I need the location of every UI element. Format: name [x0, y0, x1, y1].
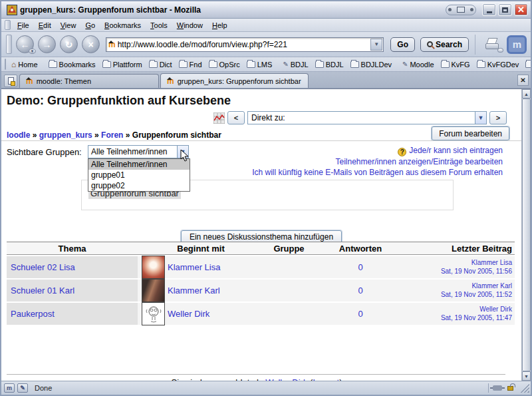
avatar[interactable]	[142, 302, 165, 325]
search-button[interactable]: Search	[420, 37, 469, 52]
unsubscribe-link[interactable]: Ich will künftig keine E-Mails von Beitr…	[252, 168, 503, 177]
bookmark-folder-opsrc[interactable]: OpSrc	[205, 59, 243, 70]
minimize-button[interactable]	[482, 3, 496, 16]
discussion-table: Thema Beginnt mit Gruppe Antworten Letzt…	[7, 242, 515, 325]
menu-bookmarks[interactable]: Bookmarks	[100, 19, 146, 31]
close-tab-button[interactable]: ✕	[517, 75, 529, 86]
topic-link[interactable]: Schueler 01 Karl	[11, 286, 74, 296]
replies-link[interactable]: 0	[358, 286, 362, 296]
online-plug-icon[interactable]	[493, 385, 502, 391]
show-subscribers-link[interactable]: Teilnehmer/innen anzeigen/Einträge bearb…	[335, 157, 503, 166]
tab-bar: mmoodle: Themen mgruppen_kurs: Gruppenfo…	[1, 72, 531, 89]
author-link[interactable]: Weller Dirk	[168, 309, 209, 319]
bookmark-home[interactable]: ⌂Home	[8, 59, 41, 70]
back-dropdown-icon[interactable]: ▼	[29, 49, 36, 54]
topic-link[interactable]: Paukerpost	[11, 309, 55, 319]
help-icon[interactable]: ?	[398, 148, 406, 156]
menu-window[interactable]: Window	[172, 19, 207, 31]
menu-go[interactable]: Go	[80, 19, 100, 31]
bookmark-folder-kvfg[interactable]: KvFG	[438, 59, 473, 70]
chevron-down-icon[interactable]: ▼	[475, 112, 486, 124]
maximize-button[interactable]	[498, 3, 512, 16]
jump-to-select[interactable]: Direkt zu: ▼	[247, 111, 487, 124]
table-row: Schueler 01 Karl Klammer Karl 0 Klammer …	[7, 280, 515, 301]
mozilla-app-icon	[7, 5, 17, 15]
menu-help[interactable]: Help	[207, 19, 232, 31]
last-post-author-link[interactable]: Weller Dirk	[479, 305, 512, 313]
bookmark-folder-bookmarks[interactable]: Bookmarks	[45, 59, 99, 70]
replies-link[interactable]: 0	[358, 262, 362, 272]
tab-moodle-themen[interactable]: mmoodle: Themen	[19, 74, 159, 88]
groups-option-all[interactable]: Alle Teilnehmer/innen	[88, 159, 190, 170]
groups-select[interactable]: Alle Teilnehmer/innen ▼	[88, 145, 189, 158]
forward-button[interactable]: →	[38, 35, 56, 53]
vertical-scrollbar[interactable]: ▲ ▼	[521, 89, 531, 381]
go-button[interactable]: Go	[390, 37, 415, 52]
last-post-author-link[interactable]: Klammer Lisa	[471, 259, 512, 266]
topic-link[interactable]: Schueler 02 Lisa	[11, 262, 75, 272]
subscription-mode-link[interactable]: Jede/r kann sich eintragen	[409, 146, 503, 155]
security-lock-icon[interactable]	[507, 386, 513, 391]
stop-button[interactable]: ×	[82, 35, 100, 53]
bookmark-folder-bdjl[interactable]: BDJL	[312, 59, 347, 70]
groups-option-gruppe02[interactable]: gruppe02	[88, 180, 190, 191]
tab-gruppenforum[interactable]: mgruppen_kurs: Gruppenforum sichtbar	[160, 73, 309, 88]
browser-window: gruppen_kurs: Gruppenforum sichtbar - Mo…	[0, 0, 532, 396]
toolbar-grippy[interactable]	[5, 59, 6, 70]
bookmark-folder-lms[interactable]: LMS	[243, 59, 276, 70]
logged-in-user-link[interactable]: Weller Dirk	[265, 377, 307, 381]
avatar[interactable]	[142, 256, 165, 279]
last-post-author-link[interactable]: Klammer Karl	[471, 282, 512, 290]
last-post-date-link[interactable]: Sat, 19 Nov 2005, 11:56	[441, 268, 512, 275]
bookmark-bdjl[interactable]: ✎BDJL	[279, 59, 311, 70]
menu-tools[interactable]: Tools	[146, 19, 172, 31]
logout-link[interactable]: Logout	[313, 377, 339, 381]
toolbar-grippy[interactable]	[6, 35, 12, 55]
breadcrumb-link-foren[interactable]: Foren	[101, 130, 123, 140]
menu-file[interactable]: File	[13, 19, 34, 31]
print-icon[interactable]	[484, 38, 501, 51]
table-row: Paukerpost Weller D	[7, 303, 515, 325]
author-link[interactable]: Klammer Karl	[168, 286, 220, 296]
menu-view[interactable]: View	[56, 19, 81, 31]
last-post-date-link[interactable]: Sat, 19 Nov 2005, 11:47	[441, 314, 512, 321]
bookmark-icon: ✎	[283, 61, 288, 68]
menu-edit[interactable]: Edit	[34, 19, 56, 31]
composer-icon[interactable]: ✎	[17, 383, 28, 393]
url-bar[interactable]: m http://www.loodle.de/mod/forum/view.ph…	[106, 37, 384, 52]
bookmark-folder-dict[interactable]: Dict	[146, 59, 176, 70]
toolbar-grippy[interactable]	[5, 20, 11, 30]
back-button[interactable]: ←▼	[16, 35, 34, 53]
window-shade-widget[interactable]	[446, 5, 476, 15]
breadcrumb-link-gruppen-kurs[interactable]: gruppen_kurs	[39, 130, 92, 140]
groups-option-gruppe01[interactable]: gruppe01	[88, 170, 190, 180]
bookmark-folder-kvfgdev[interactable]: KvFGDev	[473, 59, 523, 70]
last-post-cell: Klammer Lisa Sat, 19 Nov 2005, 11:56	[407, 256, 515, 278]
forum-edit-button[interactable]: Forum bearbeiten	[432, 126, 509, 140]
replies-link[interactable]: 0	[358, 309, 362, 319]
scroll-down-icon[interactable]: ▼	[522, 371, 531, 381]
jump-back-button[interactable]: <	[227, 111, 245, 124]
bookmark-folder-bdjldev[interactable]: BDJLDev	[347, 59, 395, 70]
close-button[interactable]: ✕	[514, 3, 528, 16]
reload-button[interactable]: ↻	[60, 35, 78, 53]
resize-grip[interactable]	[520, 383, 529, 393]
group-cell	[264, 303, 314, 325]
jump-forward-button[interactable]: >	[489, 111, 507, 124]
bookmark-moodle[interactable]: ✎Moodle	[399, 59, 437, 70]
url-dropdown-icon[interactable]: ▼	[370, 39, 382, 51]
last-post-date-link[interactable]: Sat, 19 Nov 2005, 11:52	[441, 291, 512, 298]
breadcrumb-link-loodle[interactable]: loodle	[7, 130, 30, 140]
url-input[interactable]: http://www.loodle.de/mod/forum/view.php?…	[118, 40, 371, 49]
scroll-up-icon[interactable]: ▲	[522, 89, 531, 99]
author-link[interactable]: Klammer Lisa	[168, 262, 220, 272]
status-bar: m ✎ Done	[1, 381, 531, 395]
new-tab-button[interactable]	[4, 75, 17, 87]
bookmark-folder-fnd[interactable]: Fnd	[176, 59, 205, 70]
scrollbar-thumb[interactable]	[522, 99, 531, 371]
mozilla-component-icon[interactable]: m	[4, 383, 15, 393]
bookmark-folder-ueaktuell[interactable]: UEaktuell	[522, 59, 531, 70]
mozilla-logo-icon[interactable]: m	[507, 35, 527, 54]
avatar[interactable]	[142, 279, 165, 302]
bookmark-folder-plattform[interactable]: Plattform	[99, 59, 146, 70]
